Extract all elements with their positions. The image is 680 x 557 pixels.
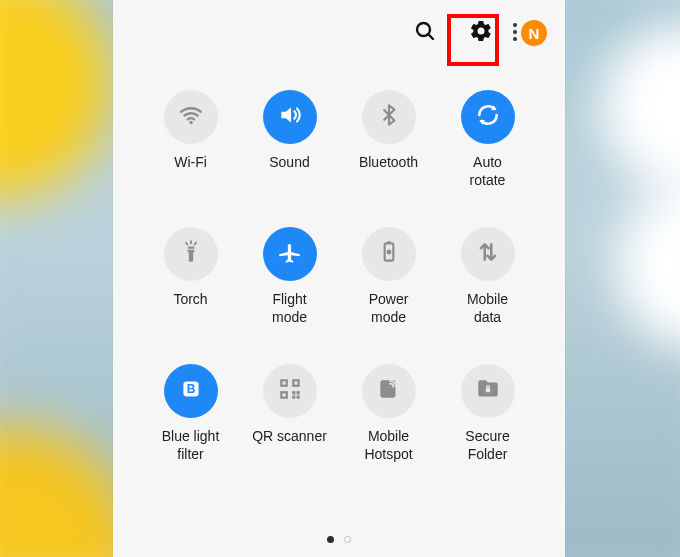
tile-wifi-toggle[interactable] (164, 90, 218, 144)
tile-flight[interactable]: Flight mode (240, 227, 339, 326)
updown-icon (475, 239, 501, 269)
search-icon (413, 19, 437, 47)
wifi-icon (178, 102, 204, 132)
tile-bluetooth[interactable]: Bluetooth (339, 90, 438, 189)
tile-data[interactable]: Mobile data (438, 227, 537, 326)
tile-power-toggle[interactable] (362, 227, 416, 281)
tile-qr-toggle[interactable] (263, 364, 317, 418)
airplane-icon (277, 239, 303, 269)
more-vert-icon (513, 23, 517, 41)
tile-hotspot-toggle[interactable] (362, 364, 416, 418)
tile-autorotate-toggle[interactable] (461, 90, 515, 144)
rotate-icon (475, 102, 501, 132)
tile-bluelight-label: Blue light filter (162, 428, 220, 463)
tile-secure-toggle[interactable] (461, 364, 515, 418)
qr-icon (277, 376, 303, 406)
topbar: N (113, 0, 565, 66)
tile-data-label: Mobile data (467, 291, 508, 326)
gear-icon (469, 19, 493, 47)
tile-flight-label: Flight mode (272, 291, 307, 326)
tile-power-label: Power mode (369, 291, 409, 326)
bluetooth-icon (376, 102, 402, 132)
avatar: N (521, 20, 547, 46)
bluelight-icon (178, 376, 204, 406)
page-dot-2[interactable] (344, 536, 351, 543)
volume-icon (277, 102, 303, 132)
tile-torch-toggle[interactable] (164, 227, 218, 281)
tile-sound-toggle[interactable] (263, 90, 317, 144)
folderlock-icon (475, 376, 501, 406)
tile-sound[interactable]: Sound (240, 90, 339, 189)
tile-secure[interactable]: Secure Folder (438, 364, 537, 463)
tile-wifi-label: Wi-Fi (174, 154, 207, 188)
battery-icon (376, 239, 402, 269)
tile-flight-toggle[interactable] (263, 227, 317, 281)
settings-button[interactable] (461, 13, 501, 53)
profile-menu-button[interactable]: N (517, 13, 551, 53)
tile-data-toggle[interactable] (461, 227, 515, 281)
tile-qr-label: QR scanner (252, 428, 327, 462)
svg-line-1 (428, 34, 433, 39)
tile-bluetooth-toggle[interactable] (362, 90, 416, 144)
tile-bluelight[interactable]: Blue light filter (141, 364, 240, 463)
quick-settings-grid: Wi-FiSoundBluetoothAuto rotateTorchFligh… (113, 66, 565, 463)
page-indicator[interactable] (113, 536, 565, 543)
tile-power[interactable]: Power mode (339, 227, 438, 326)
quick-settings-panel: N Wi-FiSoundBluetoothAuto rotateTorchFli… (113, 0, 565, 557)
page-dot-1[interactable] (327, 536, 334, 543)
torch-icon (178, 239, 204, 269)
tile-autorotate[interactable]: Auto rotate (438, 90, 537, 189)
tile-sound-label: Sound (269, 154, 309, 188)
search-button[interactable] (405, 13, 445, 53)
tile-torch-label: Torch (173, 291, 207, 325)
tile-secure-label: Secure Folder (465, 428, 509, 463)
tile-bluetooth-label: Bluetooth (359, 154, 418, 188)
tile-hotspot-label: Mobile Hotspot (364, 428, 412, 463)
tile-autorotate-label: Auto rotate (470, 154, 506, 189)
tile-hotspot[interactable]: Mobile Hotspot (339, 364, 438, 463)
tile-torch[interactable]: Torch (141, 227, 240, 326)
tile-qr[interactable]: QR scanner (240, 364, 339, 463)
avatar-letter: N (529, 25, 540, 42)
tile-bluelight-toggle[interactable] (164, 364, 218, 418)
hotspot-icon (376, 376, 402, 406)
tile-wifi[interactable]: Wi-Fi (141, 90, 240, 189)
